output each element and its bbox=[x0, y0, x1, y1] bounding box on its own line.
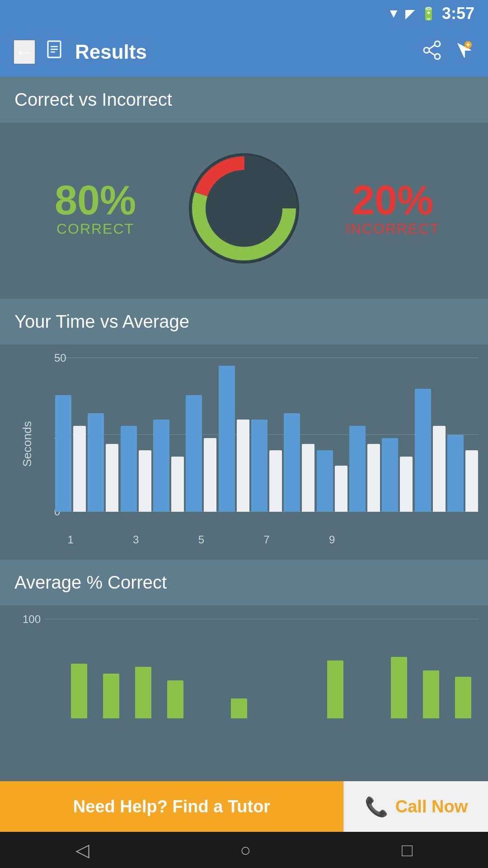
bar-group-2 bbox=[87, 358, 119, 512]
bar-white-1 bbox=[73, 426, 86, 512]
bar-blue-5 bbox=[186, 395, 202, 512]
correct-label: 80% CORRECT bbox=[14, 180, 176, 237]
x-label-12 bbox=[413, 533, 446, 546]
bar-white-2 bbox=[106, 444, 118, 512]
avg-bar-group-7 bbox=[255, 619, 287, 718]
bar-group-4 bbox=[152, 358, 185, 512]
bookmark-icon[interactable] bbox=[455, 40, 474, 64]
avg-bar-3 bbox=[135, 667, 151, 718]
donut-chart bbox=[176, 141, 312, 276]
time-average-header: Your Time vs Average bbox=[0, 299, 488, 344]
bar-blue-13 bbox=[447, 435, 464, 512]
donut-svg bbox=[176, 141, 312, 276]
bar-group-10 bbox=[348, 358, 381, 512]
bar-white-6 bbox=[237, 420, 249, 512]
incorrect-label: 20% INCORRECT bbox=[312, 180, 474, 237]
avg-chart-section: 100 bbox=[0, 605, 488, 745]
bar-white-4 bbox=[171, 457, 184, 512]
avg-bar-group-10 bbox=[351, 619, 383, 718]
avg-chart-area: 100 bbox=[27, 619, 479, 736]
bar-white-9 bbox=[335, 466, 347, 512]
bar-group-11 bbox=[381, 358, 413, 512]
svg-point-16 bbox=[206, 170, 282, 246]
avg-correct-title: Average % Correct bbox=[14, 572, 474, 593]
x-label-2 bbox=[87, 533, 119, 546]
avg-bar-group-11 bbox=[383, 619, 415, 718]
bar-blue-6 bbox=[219, 366, 235, 512]
nav-back-button[interactable]: ◁ bbox=[75, 840, 89, 860]
incorrect-text: INCORRECT bbox=[312, 221, 474, 237]
wifi-icon: ▼ bbox=[387, 6, 400, 21]
signal-icon: ◤ bbox=[405, 6, 415, 21]
avg-bars-row bbox=[63, 619, 479, 718]
correct-text: CORRECT bbox=[14, 221, 176, 237]
avg-grid-label-100: 100 bbox=[23, 613, 41, 626]
share-icon[interactable] bbox=[422, 40, 442, 64]
y-axis-label: Seconds bbox=[20, 421, 34, 467]
bar-group-1 bbox=[54, 358, 87, 512]
avg-bar-group-6 bbox=[223, 619, 255, 718]
bar-blue-11 bbox=[382, 438, 398, 512]
bar-white-5 bbox=[204, 438, 216, 512]
x-label-1: 1 bbox=[54, 533, 87, 546]
bar-group-5 bbox=[185, 358, 217, 512]
bar-group-3 bbox=[120, 358, 152, 512]
avg-bar-group-2 bbox=[95, 619, 127, 718]
bar-white-7 bbox=[269, 450, 282, 512]
doc-icon bbox=[46, 40, 64, 64]
bar-group-7 bbox=[250, 358, 283, 512]
avg-correct-header: Average % Correct bbox=[0, 560, 488, 605]
time-average-title: Your Time vs Average bbox=[14, 311, 474, 332]
avg-bar-12 bbox=[423, 670, 439, 718]
bottom-banner: Need Help? Find a Tutor 📞 Call Now bbox=[0, 781, 488, 832]
nav-home-button[interactable]: ○ bbox=[240, 840, 251, 860]
bar-group-8 bbox=[283, 358, 315, 512]
bar-blue-12 bbox=[415, 389, 431, 512]
bar-white-8 bbox=[302, 444, 314, 512]
correct-incorrect-title: Correct vs Incorrect bbox=[14, 90, 474, 110]
call-now-text: Call Now bbox=[395, 797, 468, 816]
svg-point-5 bbox=[435, 54, 440, 59]
x-label-9: 9 bbox=[316, 533, 348, 546]
bar-blue-10 bbox=[349, 426, 366, 512]
call-now-button[interactable]: 📞 Call Now bbox=[343, 781, 488, 832]
bar-white-10 bbox=[367, 444, 380, 512]
avg-bar-group-5 bbox=[191, 619, 223, 718]
avg-bar-6 bbox=[231, 698, 247, 718]
bar-blue-2 bbox=[88, 413, 104, 512]
app-bar-actions bbox=[422, 40, 474, 64]
app-bar: ← Results bbox=[0, 27, 488, 77]
nav-bar: ◁ ○ □ bbox=[0, 832, 488, 868]
x-label-13 bbox=[446, 533, 479, 546]
phone-icon: 📞 bbox=[365, 796, 388, 818]
avg-bar-group-12 bbox=[415, 619, 447, 718]
avg-bar-group-1 bbox=[63, 619, 95, 718]
bars-row bbox=[54, 358, 479, 512]
status-icons: ▼ ◤ 🔋 3:57 bbox=[387, 4, 474, 23]
bar-blue-1 bbox=[55, 395, 71, 512]
avg-bar-11 bbox=[391, 657, 407, 718]
avg-bar-2 bbox=[103, 674, 119, 718]
page-title: Results bbox=[75, 41, 411, 63]
status-time: 3:57 bbox=[442, 4, 474, 23]
svg-line-8 bbox=[429, 52, 435, 55]
x-label-3: 3 bbox=[120, 533, 152, 546]
avg-bar-group-3 bbox=[127, 619, 160, 718]
svg-point-4 bbox=[435, 41, 440, 47]
x-axis-labels: 1 3 5 7 9 bbox=[27, 533, 479, 546]
x-label-10 bbox=[348, 533, 381, 546]
svg-line-7 bbox=[429, 45, 435, 49]
bar-blue-8 bbox=[284, 413, 300, 512]
status-bar: ▼ ◤ 🔋 3:57 bbox=[0, 0, 488, 27]
bar-group-12 bbox=[413, 358, 446, 512]
nav-recent-button[interactable]: □ bbox=[402, 840, 413, 860]
bar-blue-7 bbox=[251, 420, 267, 512]
x-label-5: 5 bbox=[185, 533, 217, 546]
avg-bar-1 bbox=[71, 664, 87, 718]
bar-white-3 bbox=[139, 450, 151, 512]
back-button[interactable]: ← bbox=[14, 40, 35, 64]
avg-bar-4 bbox=[167, 680, 183, 718]
bar-group-9 bbox=[316, 358, 348, 512]
avg-bar-group-9 bbox=[319, 619, 351, 718]
find-tutor-button[interactable]: Need Help? Find a Tutor bbox=[0, 781, 343, 832]
